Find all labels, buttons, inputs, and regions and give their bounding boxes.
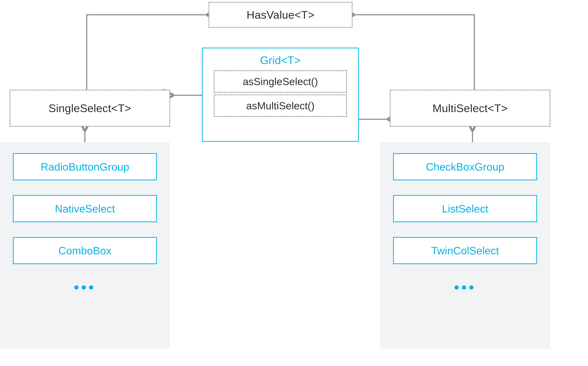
impl-radiobuttongroup: RadioButtonGroup (13, 153, 157, 180)
impl-checkboxgroup: CheckBoxGroup (393, 153, 537, 180)
grid-assingleselect-method: asSingleSelect() (214, 70, 347, 93)
singleselect-implementations-panel: RadioButtonGroup NativeSelect ComboBox •… (0, 142, 170, 349)
hasvalue-label: HasValue<T> (247, 8, 315, 21)
singleselect-interface-box: SingleSelect<T> (10, 90, 170, 127)
diagram-canvas: HasValue<T> SingleSelect<T> MultiSelect<… (0, 0, 588, 366)
grid-asmultiselect-method: asMultiSelect() (214, 94, 347, 117)
impl-nativeselect: NativeSelect (13, 195, 157, 222)
multiselect-implementations-panel: CheckBoxGroup ListSelect TwinColSelect •… (380, 142, 550, 349)
singleselect-label: SingleSelect<T> (49, 102, 131, 115)
grid-class-box: Grid<T> asSingleSelect() asMultiSelect() (202, 48, 359, 142)
impl-twincolselect: TwinColSelect (393, 237, 537, 264)
impl-listselect: ListSelect (393, 195, 537, 222)
impl-combobox: ComboBox (13, 237, 157, 264)
hasvalue-interface-box: HasValue<T> (209, 2, 353, 28)
grid-title: Grid<T> (203, 48, 358, 70)
multiselect-ellipsis: ••• (393, 279, 537, 296)
multiselect-label: MultiSelect<T> (432, 102, 507, 115)
multiselect-interface-box: MultiSelect<T> (390, 90, 550, 127)
singleselect-ellipsis: ••• (13, 279, 157, 296)
